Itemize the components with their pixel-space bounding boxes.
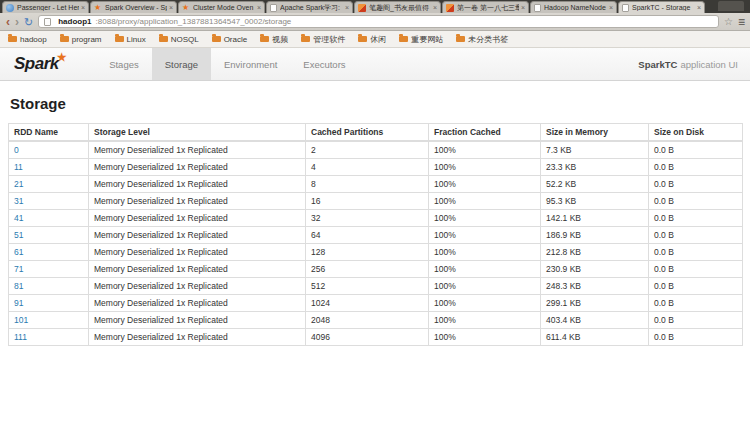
table-cell: 100% — [429, 329, 541, 346]
rdd-name-link[interactable]: 21 — [14, 179, 23, 189]
bookmark-folder[interactable]: Oracle — [212, 35, 248, 44]
tab-close-icon[interactable]: × — [609, 4, 613, 11]
rdd-name-link[interactable]: 111 — [14, 332, 27, 342]
tab-title: Apache Spark学习: — [280, 3, 343, 13]
bookmark-label: 未分类书签 — [468, 34, 508, 45]
bookmark-star-icon[interactable]: ☆ — [724, 16, 733, 27]
browser-tab[interactable]: Apache Spark学习: × — [266, 1, 353, 13]
browser-tab[interactable]: Cluster Mode Oven × — [178, 1, 265, 13]
rdd-name-link[interactable]: 71 — [14, 264, 23, 274]
table-cell: 52.2 KB — [541, 176, 649, 193]
table-cell: Memory Deserialized 1x Replicated — [89, 312, 306, 329]
menu-icon[interactable]: ≡ — [738, 15, 744, 29]
table-cell: 2048 — [306, 312, 429, 329]
tab-strip: Passenger - Let Her × Spark Overview - S… — [0, 0, 750, 13]
table-cell: 0.0 B — [649, 227, 743, 244]
spark-nav-tabs: Stages Storage Environment Executors — [96, 48, 358, 80]
browser-tab[interactable]: SparkTC - Storage × — [618, 1, 705, 13]
rdd-name-link[interactable]: 41 — [14, 213, 23, 223]
rdd-name-link[interactable]: 0 — [14, 145, 19, 155]
folder-icon — [301, 36, 310, 42]
bookmark-folder[interactable]: 管理软件 — [301, 34, 345, 45]
back-button[interactable]: ‹ — [6, 15, 10, 29]
rdd-name-link[interactable]: 51 — [14, 230, 23, 240]
browser-tab[interactable]: Passenger - Let Her × — [2, 1, 89, 13]
bookmark-folder[interactable]: program — [60, 35, 102, 44]
table-cell: 212.8 KB — [541, 244, 649, 261]
browser-tab[interactable]: Hadoop NameNode × — [530, 1, 617, 13]
table-cell: 611.4 KB — [541, 329, 649, 346]
new-tab-button[interactable] — [718, 1, 744, 11]
table-cell: 100% — [429, 261, 541, 278]
tab-close-icon[interactable]: × — [521, 4, 525, 11]
table-cell: 100% — [429, 227, 541, 244]
book-icon — [446, 4, 454, 12]
rdd-name-link[interactable]: 11 — [14, 162, 23, 172]
app-name: SparkTC — [638, 59, 677, 70]
table-row: 111Memory Deserialized 1x Replicated4096… — [9, 329, 743, 346]
table-cell: 64 — [306, 227, 429, 244]
tab-environment[interactable]: Environment — [211, 48, 290, 80]
bookmark-label: Oracle — [224, 35, 248, 44]
table-cell: 4096 — [306, 329, 429, 346]
rdd-name-cell: 71 — [9, 261, 89, 278]
bookmark-label: 重要网站 — [411, 34, 443, 45]
tab-stages[interactable]: Stages — [96, 48, 152, 80]
browser-tab[interactable]: Spark Overview - Sp × — [90, 1, 177, 13]
browser-tab[interactable]: 笔趣阁_书友最值得 × — [354, 1, 441, 13]
rdd-name-link[interactable]: 81 — [14, 281, 23, 291]
folder-icon — [399, 36, 408, 42]
tab-close-icon[interactable]: × — [433, 4, 437, 11]
page-title: Storage — [10, 95, 742, 112]
bookmark-folder[interactable]: 未分类书签 — [456, 34, 508, 45]
table-row: 71Memory Deserialized 1x Replicated25610… — [9, 261, 743, 278]
table-cell: 4 — [306, 159, 429, 176]
table-cell: Memory Deserialized 1x Replicated — [89, 176, 306, 193]
forward-button[interactable]: › — [15, 15, 19, 29]
folder-icon — [260, 36, 269, 42]
folder-icon — [60, 36, 69, 42]
table-cell: 186.9 KB — [541, 227, 649, 244]
table-cell: 142.1 KB — [541, 210, 649, 227]
tab-close-icon[interactable]: × — [257, 4, 261, 11]
table-header-row: RDD NameStorage LevelCached PartitionsFr… — [9, 124, 743, 142]
bookmark-folder[interactable]: 休闲 — [358, 34, 386, 45]
tab-close-icon[interactable]: × — [81, 4, 85, 11]
table-cell: 100% — [429, 210, 541, 227]
book-icon — [358, 4, 366, 12]
tab-executors[interactable]: Executors — [290, 48, 358, 80]
rdd-name-link[interactable]: 91 — [14, 298, 23, 308]
rdd-name-link[interactable]: 61 — [14, 247, 23, 257]
table-row: 41Memory Deserialized 1x Replicated32100… — [9, 210, 743, 227]
tab-close-icon[interactable]: × — [169, 4, 173, 11]
table-cell: 7.3 KB — [541, 141, 649, 159]
table-cell: 0.0 B — [649, 141, 743, 159]
browser-tab[interactable]: 第一卷 第一八七三章 × — [442, 1, 529, 13]
spark-star-icon: ★ — [57, 51, 66, 64]
table-cell: 100% — [429, 244, 541, 261]
bookmark-folder[interactable]: Linux — [115, 35, 146, 44]
tab-storage[interactable]: Storage — [152, 48, 211, 80]
table-cell: 0.0 B — [649, 159, 743, 176]
rdd-name-cell: 81 — [9, 278, 89, 295]
table-cell: 256 — [306, 261, 429, 278]
tab-close-icon[interactable]: × — [697, 4, 701, 11]
bookmark-folder[interactable]: hadoop — [8, 35, 47, 44]
rdd-name-link[interactable]: 31 — [14, 196, 23, 206]
tab-close-icon[interactable]: × — [345, 4, 349, 11]
page-icon — [270, 4, 277, 12]
spark-logo[interactable]: Spark★ — [14, 48, 74, 80]
url-bar[interactable]: hadoop1:8088/proxy/application_138788136… — [38, 15, 719, 28]
reload-button[interactable]: ↻ — [24, 15, 33, 29]
table-cell: Memory Deserialized 1x Replicated — [89, 329, 306, 346]
bookmark-folder[interactable]: 重要网站 — [399, 34, 443, 45]
tab-title: SparkTC - Storage — [632, 4, 695, 11]
table-cell: 16 — [306, 193, 429, 210]
bookmark-folder[interactable]: NOSQL — [159, 35, 199, 44]
table-cell: 0.0 B — [649, 278, 743, 295]
column-header: Size on Disk — [649, 124, 743, 142]
table-cell: 100% — [429, 193, 541, 210]
bookmark-folder[interactable]: 视频 — [260, 34, 288, 45]
rdd-name-link[interactable]: 101 — [14, 315, 28, 325]
column-header: Cached Partitions — [306, 124, 429, 142]
